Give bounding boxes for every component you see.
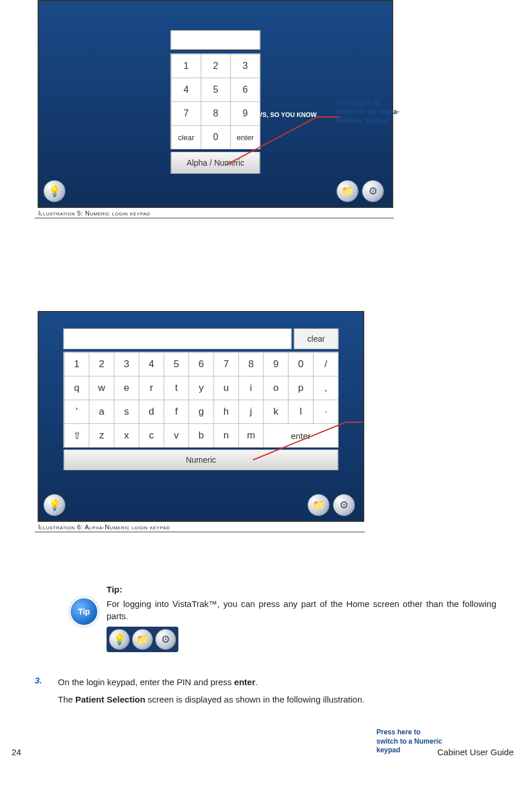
akey-dot[interactable]: · — [313, 400, 338, 423]
akey-s[interactable]: s — [114, 400, 139, 423]
numeric-switch[interactable]: Numeric — [64, 449, 339, 470]
akey-k[interactable]: k — [263, 400, 288, 423]
key-7[interactable]: 7 — [171, 101, 201, 125]
brand-tagline: VS, SO YOU KNOW — [258, 111, 317, 118]
akey-quote[interactable]: ' — [64, 400, 89, 423]
akey-o[interactable]: o — [263, 376, 288, 400]
key-4[interactable]: 4 — [171, 78, 201, 101]
status-icon[interactable]: ⚙ — [333, 494, 355, 516]
akey-r[interactable]: r — [139, 376, 164, 400]
akey-1[interactable]: 1 — [64, 352, 89, 376]
step-number: 3. — [35, 675, 58, 707]
key-5[interactable]: 5 — [201, 78, 230, 101]
akey-i[interactable]: i — [239, 376, 263, 400]
step-line2-bold: Patient Selection — [75, 694, 145, 704]
document-title: Cabinet User Guide — [437, 747, 514, 757]
callout-alpha: Press here to switch to a Numeric keypad — [376, 728, 443, 755]
alpha-clear-button[interactable]: clear — [294, 328, 339, 349]
key-1[interactable]: 1 — [171, 54, 201, 78]
caption-prefix: Illustration — [38, 210, 77, 217]
akey-7[interactable]: 7 — [214, 352, 239, 376]
akey-d[interactable]: d — [139, 400, 164, 423]
akey-p[interactable]: p — [288, 376, 313, 400]
step-3: 3. On the login keypad, enter the PIN an… — [35, 675, 496, 707]
folder-icon[interactable]: 📁 — [336, 180, 358, 202]
akey-0[interactable]: 0 — [288, 352, 313, 376]
akey-comma[interactable]: , — [313, 376, 338, 400]
tip-title: Tip: — [107, 584, 496, 594]
tip-icons-row: 💡 📁 ⚙ — [107, 627, 178, 652]
caption-suffix: : Alpha-Numeric login keypad — [81, 524, 170, 531]
akey-b[interactable]: b — [189, 423, 214, 447]
key-0[interactable]: 0 — [201, 125, 230, 149]
akey-2[interactable]: 2 — [89, 352, 114, 376]
akey-shift[interactable]: ⇧ — [64, 423, 89, 447]
akey-e[interactable]: e — [114, 376, 139, 400]
figure-alphanumeric: clear 1 2 3 4 5 6 7 8 9 0 / — [35, 311, 519, 532]
akey-8[interactable]: 8 — [239, 352, 263, 376]
key-8[interactable]: 8 — [201, 101, 230, 125]
akey-u[interactable]: u — [214, 376, 239, 400]
step-line2-a: The — [58, 694, 75, 704]
akey-v[interactable]: v — [164, 423, 189, 447]
key-clear[interactable]: clear — [171, 125, 201, 149]
key-enter[interactable]: enter — [230, 125, 260, 149]
akey-9[interactable]: 9 — [263, 352, 288, 376]
step-line1-c: . — [255, 677, 258, 687]
step-line2-c: screen is displayed as shown in the foll… — [145, 694, 365, 704]
figure-numeric: V rak VS, SO YOU KNOW 1 2 3 4 5 6 7 8 9 — [35, 0, 519, 218]
akey-slash[interactable]: / — [313, 352, 338, 376]
akey-t[interactable]: t — [164, 376, 189, 400]
akey-enter[interactable]: enter — [263, 423, 338, 447]
akey-n[interactable]: n — [214, 423, 239, 447]
akey-3[interactable]: 3 — [114, 352, 139, 376]
callout-numeric: Press here to switch to an Alpha-Numeric… — [336, 98, 402, 126]
akey-w[interactable]: w — [89, 376, 114, 400]
caption-number: 5 — [77, 210, 81, 217]
akey-y[interactable]: y — [189, 376, 214, 400]
alpha-numeric-switch[interactable]: Alpha / Numeric — [171, 152, 261, 174]
page-number: 24 — [12, 747, 21, 757]
akey-6[interactable]: 6 — [189, 352, 214, 376]
akey-q[interactable]: q — [64, 376, 89, 400]
figure2-caption: Illustration 6: Alpha-Numeric login keyp… — [35, 522, 365, 532]
step-line2: The Patient Selection screen is displaye… — [58, 693, 496, 707]
akey-4[interactable]: 4 — [139, 352, 164, 376]
akey-5[interactable]: 5 — [164, 352, 189, 376]
tip-icon: Tip — [69, 597, 96, 624]
akey-a[interactable]: a — [89, 400, 114, 423]
caption-suffix: : Numeric login keypad — [81, 210, 150, 217]
tip-block: Tip Tip: For logging into VistaTrak™, yo… — [69, 584, 496, 652]
key-6[interactable]: 6 — [230, 78, 260, 101]
key-3[interactable]: 3 — [230, 54, 260, 78]
alpha-input[interactable] — [64, 328, 292, 349]
numeric-keypad: 1 2 3 4 5 6 7 8 9 clear 0 enter — [171, 53, 261, 149]
page-footer: 24 Cabinet User Guide — [12, 747, 519, 757]
figure1-caption: Illustration 5: Numeric login keypad — [35, 208, 394, 218]
status-icon[interactable]: ⚙ — [362, 180, 384, 202]
folder-icon[interactable]: 📁 — [307, 494, 329, 516]
key-9[interactable]: 9 — [230, 101, 260, 125]
status-icon: ⚙ — [155, 629, 176, 650]
akey-f[interactable]: f — [164, 400, 189, 423]
akey-l[interactable]: l — [288, 400, 313, 423]
akey-g[interactable]: g — [189, 400, 214, 423]
caption-prefix: Illustration — [38, 524, 77, 531]
alpha-keypad: 1 2 3 4 5 6 7 8 9 0 / q w e r — [64, 352, 339, 448]
step-line1: On the login keypad, enter the PIN and p… — [58, 675, 496, 689]
akey-x[interactable]: x — [114, 423, 139, 447]
screenshot-alpha: clear 1 2 3 4 5 6 7 8 9 0 / — [38, 311, 364, 522]
akey-c[interactable]: c — [139, 423, 164, 447]
bulb-icon[interactable]: 💡 — [43, 180, 65, 202]
pin-input[interactable] — [171, 30, 261, 50]
step-line1-a: On the login keypad, enter the PIN and p… — [58, 677, 234, 687]
folder-icon: 📁 — [132, 629, 153, 650]
akey-h[interactable]: h — [214, 400, 239, 423]
key-2[interactable]: 2 — [201, 54, 230, 78]
akey-j[interactable]: j — [239, 400, 263, 423]
akey-m[interactable]: m — [239, 423, 263, 447]
akey-z[interactable]: z — [89, 423, 114, 447]
bulb-icon: 💡 — [109, 629, 130, 650]
bulb-icon[interactable]: 💡 — [43, 494, 65, 516]
step-line1-bold: enter — [234, 677, 255, 687]
